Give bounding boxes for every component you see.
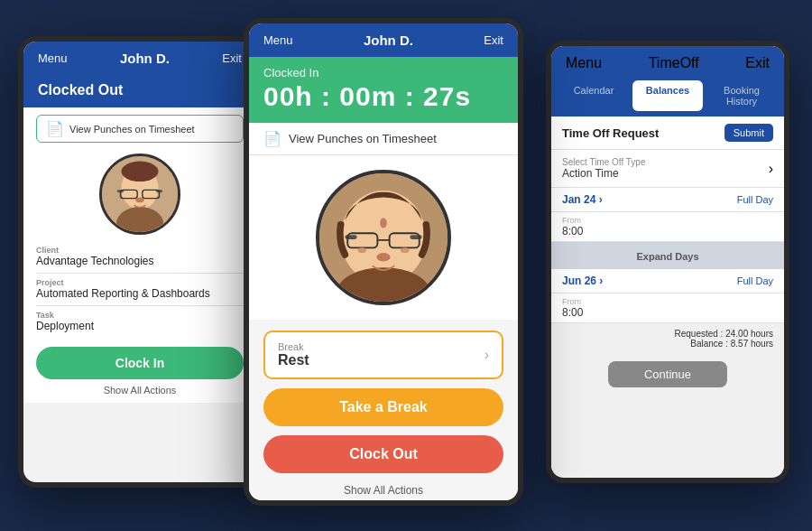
left-view-punches-text: View Punches on Timesheet: [69, 124, 195, 135]
requested-text: Requested : 24.00 hours: [562, 329, 773, 339]
left-face-svg: [102, 156, 178, 232]
time-from-label-2: From: [562, 297, 773, 306]
left-client-value: Advantage Technologies: [36, 255, 244, 267]
clock-in-button[interactable]: Clock In: [36, 347, 244, 379]
center-status-bar: Clocked In 00h : 00m : 27s: [249, 57, 518, 123]
full-day-2: Full Day: [737, 275, 773, 286]
center-time-display: 00h : 00m : 27s: [263, 81, 503, 112]
doc-icon: 📄: [46, 120, 64, 137]
right-body: Time Off Request Submit Select Time Off …: [551, 116, 784, 476]
take-break-button[interactable]: Take a Break: [263, 388, 503, 426]
time-from-val-2[interactable]: 8:00: [562, 306, 773, 319]
left-client-section: Client Advantage Technologies: [36, 246, 244, 267]
request-header: Time Off Request Submit: [551, 116, 784, 150]
tab-calendar[interactable]: Calendar: [558, 80, 629, 111]
continue-button[interactable]: Continue: [608, 361, 727, 387]
svg-point-7: [135, 198, 143, 203]
center-avatar: [316, 170, 451, 305]
break-row[interactable]: Break Rest ›: [263, 331, 503, 379]
date-2: Jun 26 ›: [562, 275, 603, 287]
request-title: Time Off Request: [562, 126, 659, 140]
right-header: Menu TimeOff Exit: [551, 46, 784, 80]
left-client-label: Client: [36, 246, 244, 255]
type-label: Select Time Off Type: [562, 157, 645, 167]
clock-out-button[interactable]: Clock Out: [263, 435, 503, 473]
left-header: Menu John D. Exit: [23, 42, 256, 75]
left-view-punches[interactable]: 📄 View Punches on Timesheet: [36, 115, 244, 143]
left-status-bar: Clocked Out: [23, 75, 256, 107]
break-value: Rest: [278, 352, 309, 368]
svg-point-19: [401, 247, 409, 253]
date-row-2[interactable]: Jun 26 › Full Day: [551, 269, 784, 293]
svg-point-8: [121, 162, 158, 182]
svg-point-17: [376, 253, 390, 261]
tab-booking-history[interactable]: Booking History: [706, 80, 777, 111]
full-day-1: Full Day: [737, 194, 773, 205]
center-menu-btn[interactable]: Menu: [263, 33, 293, 47]
balance-text: Balance : 8.57 hours: [562, 339, 773, 349]
type-value: Action Time: [562, 167, 645, 180]
right-header-title: TimeOff: [649, 55, 699, 71]
left-task-section: Task Deployment: [36, 311, 244, 332]
left-avatar-area: [36, 154, 244, 235]
chevron-right-icon: ›: [484, 347, 489, 363]
left-project-section: Project Automated Reporting & Dashboards: [36, 278, 244, 300]
left-exit-btn[interactable]: Exit: [222, 51, 242, 65]
tab-balances[interactable]: Balances: [632, 80, 703, 111]
right-tablet: Menu TimeOff Exit Calendar Balances Book…: [546, 41, 789, 483]
left-status-label: Clocked Out: [38, 82, 242, 98]
left-show-all[interactable]: Show All Actions: [36, 385, 244, 396]
left-header-title: John D.: [120, 51, 170, 66]
center-header-title: John D.: [364, 33, 413, 48]
date-1: Jan 24 ›: [562, 193, 603, 206]
time-from-val-1[interactable]: 8:00: [562, 225, 773, 238]
center-doc-icon: 📄: [263, 130, 281, 147]
center-status-label: Clocked In: [263, 66, 503, 79]
left-task-label: Task: [36, 311, 244, 320]
svg-point-18: [358, 247, 366, 253]
left-task-value: Deployment: [36, 320, 244, 332]
right-exit-btn[interactable]: Exit: [745, 55, 770, 71]
svg-point-20: [380, 218, 387, 228]
center-bottom-area: Break Rest › Take a Break Clock Out Show…: [249, 320, 518, 506]
center-view-punches-text: View Punches on Timesheet: [289, 132, 437, 145]
left-avatar: [99, 154, 180, 235]
center-view-punches[interactable]: 📄 View Punches on Timesheet: [249, 123, 518, 155]
date-row-1[interactable]: Jan 24 › Full Day: [551, 188, 784, 212]
time-input-row-2: From 8:00: [551, 293, 784, 323]
left-project-label: Project: [36, 278, 244, 287]
left-project-value: Automated Reporting & Dashboards: [36, 287, 244, 300]
left-body: 📄 View Punches on Timesheet: [23, 107, 256, 403]
expand-label: Expand Days: [636, 251, 698, 262]
time-input-row-1: From 8:00: [551, 212, 784, 242]
type-row[interactable]: Select Time Off Type Action Time ›: [551, 150, 784, 188]
right-tabs: Calendar Balances Booking History: [551, 80, 784, 116]
center-tablet: Menu John D. Exit Clocked In 00h : 00m :…: [244, 18, 523, 506]
center-header: Menu John D. Exit: [249, 23, 518, 57]
summary-row: Requested : 24.00 hours Balance : 8.57 h…: [551, 323, 784, 354]
left-tablet: Menu John D. Exit Clocked Out 📄 View Pun…: [18, 36, 262, 488]
center-face-svg: [319, 173, 448, 302]
continue-btn-wrap: Continue: [551, 354, 784, 395]
center-exit-btn[interactable]: Exit: [484, 33, 503, 47]
type-chevron-icon: ›: [769, 161, 773, 177]
left-menu-btn[interactable]: Menu: [38, 51, 68, 65]
time-from-label-1: From: [562, 216, 773, 225]
right-menu-btn[interactable]: Menu: [566, 55, 602, 71]
center-avatar-area: [249, 155, 518, 320]
expand-bar[interactable]: Expand Days: [551, 242, 784, 269]
center-show-all[interactable]: Show All Actions: [263, 480, 503, 500]
break-label: Break: [278, 341, 309, 352]
submit-button[interactable]: Submit: [724, 124, 773, 142]
